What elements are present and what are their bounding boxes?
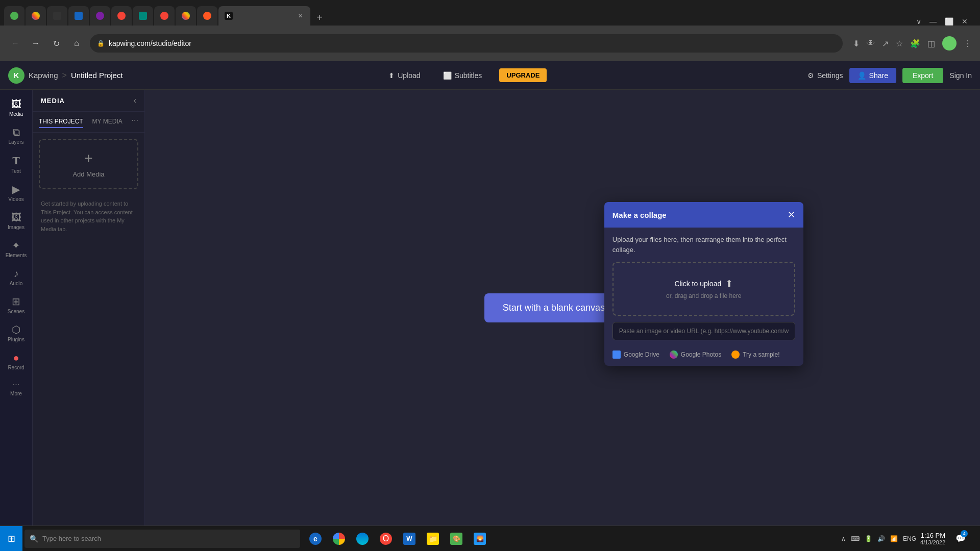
profile-avatar[interactable] xyxy=(942,36,957,51)
sidebar-item-elements[interactable]: ✦ Elements xyxy=(0,235,32,263)
minimize-btn[interactable]: — xyxy=(929,17,937,26)
google-drive-link[interactable]: Google Drive xyxy=(612,350,659,359)
notification-btn[interactable]: 💬 4 xyxy=(949,526,972,552)
ie-icon: e xyxy=(309,533,322,545)
upgrade-btn[interactable]: UPGRADE xyxy=(499,68,547,82)
media-tab-more-btn[interactable]: ··· xyxy=(132,116,138,128)
sidebar-item-text[interactable]: T Text xyxy=(0,150,32,179)
browser-menu-btn[interactable]: ⋮ xyxy=(964,39,972,48)
tab-bar: K ✕ + ∨ — ⬜ ✕ xyxy=(0,0,980,26)
sidebar-item-scenes[interactable]: ⊞ Scenes xyxy=(0,291,32,319)
logo-letter: K xyxy=(14,71,19,80)
browser-tab-1[interactable] xyxy=(4,6,24,26)
speaker-icon[interactable]: 🔊 xyxy=(877,535,885,542)
sidebar-item-media[interactable]: 🖼 Media xyxy=(0,94,32,122)
sidebar-item-more[interactable]: ··· More xyxy=(0,375,32,402)
share-icon[interactable]: ↗ xyxy=(882,39,889,48)
collapse-media-btn[interactable]: ‹ xyxy=(134,96,136,105)
new-tab-btn[interactable]: + xyxy=(311,9,328,26)
forward-btn[interactable]: → xyxy=(29,36,43,51)
sample-label: Try a sample! xyxy=(743,351,779,358)
gphotos-label: Google Photos xyxy=(681,351,721,358)
collage-close-btn[interactable]: ✕ xyxy=(788,209,795,220)
browser-tab-8[interactable] xyxy=(154,6,175,26)
download-icon[interactable]: ⬇ xyxy=(853,39,860,48)
browser-tab-active[interactable]: K ✕ xyxy=(218,6,310,26)
browser-tab-5[interactable] xyxy=(90,6,110,26)
browser-tab-3[interactable] xyxy=(47,6,67,26)
keyboard-icon[interactable]: ⌨ xyxy=(851,535,860,542)
tab-dropdown-icon[interactable]: ∨ xyxy=(916,17,921,26)
try-sample-link[interactable]: Try a sample! xyxy=(731,350,779,359)
browser-tab-4[interactable] xyxy=(68,6,89,26)
taskbar-app-chrome[interactable] xyxy=(328,526,350,552)
taskbar-app-paint[interactable]: 🎨 xyxy=(445,526,468,552)
blank-canvas-btn[interactable]: Start with a blank canvas xyxy=(484,293,623,322)
paint-icon: 🎨 xyxy=(450,533,462,545)
tray-arrow-icon[interactable]: ∧ xyxy=(841,535,846,542)
taskbar-right: ∧ ⌨ 🔋 🔊 📶 ENG 1:16 PM 4/13/2022 💬 4 xyxy=(841,526,980,552)
taskbar-search[interactable]: 🔍 Type here to search xyxy=(24,530,300,548)
project-name[interactable]: Untitled Project xyxy=(71,71,123,80)
photos-icon: 🌄 xyxy=(474,533,486,545)
subtitles-btn[interactable]: ⬜ Subtitles xyxy=(438,68,487,83)
browser-tab-10[interactable] xyxy=(197,6,217,26)
tab-favicon-4 xyxy=(75,12,83,20)
start-btn[interactable]: ⊞ xyxy=(0,526,22,552)
sidebar-item-audio[interactable]: ♪ Audio xyxy=(0,263,32,291)
taskbar-app-word[interactable]: W xyxy=(398,526,421,552)
browser-tab-6[interactable] xyxy=(111,6,132,26)
sidebar-item-layers[interactable]: ⧉ Layers xyxy=(0,122,32,150)
media-panel: MEDIA ‹ THIS PROJECT MY MEDIA ··· + Add … xyxy=(33,90,145,525)
sidebar-item-images[interactable]: 🖼 Images xyxy=(0,207,32,235)
sidebar-item-plugins[interactable]: ⬡ Plugins xyxy=(0,319,32,347)
star-icon[interactable]: ☆ xyxy=(896,39,903,48)
browser-tab-7[interactable] xyxy=(133,6,153,26)
signin-btn[interactable]: Sign In xyxy=(949,71,972,80)
taskbar-app-opera[interactable]: O xyxy=(375,526,397,552)
collage-upload-area[interactable]: Click to upload ⬆ or, drag and drop a fi… xyxy=(612,262,795,316)
sidebar-label-layers: Layers xyxy=(8,139,23,145)
tab-close-btn[interactable]: ✕ xyxy=(296,12,304,20)
language-label[interactable]: ENG xyxy=(903,535,916,542)
sample-icon xyxy=(731,350,740,359)
taskbar-app-explorer[interactable]: 📁 xyxy=(422,526,444,552)
upload-icon: ⬆ xyxy=(388,71,395,80)
collage-url-input[interactable] xyxy=(612,322,795,340)
export-btn[interactable]: Export xyxy=(902,68,943,83)
extensions-icon[interactable]: 🧩 xyxy=(910,39,920,48)
browser-tab-2[interactable] xyxy=(26,6,46,26)
refresh-btn[interactable]: ↻ xyxy=(49,36,63,51)
url-bar[interactable]: 🔒 kapwing.com/studio/editor xyxy=(90,34,843,53)
upload-label: Upload xyxy=(398,71,420,80)
back-btn[interactable]: ← xyxy=(8,36,22,51)
this-project-tab[interactable]: THIS PROJECT xyxy=(39,116,83,128)
taskbar-app-edge[interactable] xyxy=(351,526,374,552)
home-btn[interactable]: ⌂ xyxy=(69,36,84,51)
google-photos-link[interactable]: Google Photos xyxy=(670,350,721,359)
maximize-btn[interactable]: ⬜ xyxy=(945,17,953,26)
sidebar-item-record[interactable]: ● Record xyxy=(0,347,32,375)
sidebar-label-videos: Videos xyxy=(8,196,23,202)
battery-icon[interactable]: 🔋 xyxy=(865,535,872,542)
system-tray: ∧ ⌨ 🔋 🔊 📶 ENG xyxy=(841,535,916,542)
brand-name[interactable]: Kapwing xyxy=(29,71,58,80)
upgrade-label: UPGRADE xyxy=(506,71,540,79)
my-media-tab[interactable]: MY MEDIA xyxy=(92,116,122,128)
add-media-box[interactable]: + Add Media xyxy=(39,139,138,189)
wifi-icon[interactable]: 📶 xyxy=(890,535,898,542)
url-text: kapwing.com/studio/editor xyxy=(109,39,836,47)
eye-slash-icon[interactable]: 👁 xyxy=(867,39,875,48)
taskbar-app-photos[interactable]: 🌄 xyxy=(469,526,491,552)
taskbar-app-ie[interactable]: e xyxy=(304,526,327,552)
sidebar-label-audio: Audio xyxy=(10,281,23,286)
close-btn[interactable]: ✕ xyxy=(962,17,968,26)
settings-btn[interactable]: ⚙ Settings xyxy=(807,71,843,80)
logo-area: K Kapwing > Untitled Project xyxy=(8,67,123,84)
upload-btn[interactable]: ⬆ Upload xyxy=(383,68,425,83)
sidebar-icon[interactable]: ◫ xyxy=(927,39,935,48)
share-btn[interactable]: 👤 Share xyxy=(849,68,896,83)
browser-tab-9[interactable] xyxy=(176,6,196,26)
clock[interactable]: 1:16 PM 4/13/2022 xyxy=(920,532,945,545)
sidebar-item-videos[interactable]: ▶ Videos xyxy=(0,179,32,207)
